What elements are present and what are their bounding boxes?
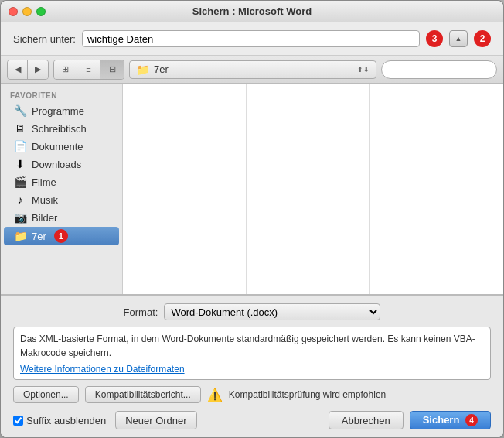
saveas-input[interactable] [82, 30, 420, 47]
sidebar-item-label: Bilder [32, 212, 57, 224]
save-button[interactable]: Sichern 4 [410, 411, 491, 429]
filme-icon: 🎬 [13, 176, 27, 188]
sidebar-item-label: Dokumente [32, 141, 83, 152]
view-icon-button[interactable]: ⊞ [54, 60, 77, 79]
folder-name: 7er [154, 63, 352, 75]
sidebar-item-filme[interactable]: 🎬 Filme [4, 173, 119, 190]
sidebar-item-dokumente[interactable]: 📄 Dokumente [4, 138, 119, 155]
titlebar: Sichern : Microsoft Word [1, 1, 503, 22]
sidebar-item-label: Programme [32, 105, 84, 117]
view-column-button[interactable]: ⊟ [100, 60, 124, 79]
sidebar: FAVORITEN 🔧 Programme 🖥 Schreibtisch 📄 D… [1, 84, 123, 294]
7er-icon: 📁 [13, 230, 27, 242]
traffic-lights [9, 7, 46, 16]
description-text: Das XML-basierte Format, in dem Word-Dok… [20, 332, 484, 360]
bottom-actions: Suffix ausblenden Neuer Ordner Abbrechen… [13, 411, 491, 429]
sidebar-item-musik[interactable]: ♪ Musik [4, 191, 119, 208]
sidebar-item-label: Schreibtisch [32, 123, 87, 135]
suffix-checkbox[interactable] [13, 416, 23, 426]
cancel-button[interactable]: Abbrechen [329, 411, 404, 429]
description-box: Das XML-basierte Format, in dem Word-Dok… [13, 327, 491, 380]
format-row: Format: Word-Dokument (.docx) Word 97-20… [13, 303, 491, 320]
folder-selector[interactable]: 📁 7er ⬆⬇ [129, 60, 376, 79]
warning-text: Kompatibilitätsprüfung wird empfohlen [229, 389, 386, 400]
close-button[interactable] [9, 7, 18, 16]
saveas-row: Sichern unter: 3 ▲ 2 [1, 22, 503, 56]
sidebar-item-bilder[interactable]: 📷 Bilder [4, 209, 119, 226]
musik-icon: ♪ [13, 193, 27, 206]
description-link[interactable]: Weitere Informationen zu Dateiformaten [20, 364, 185, 375]
view-list-button[interactable]: ≡ [77, 60, 100, 79]
sidebar-item-downloads[interactable]: ⬇ Downloads [4, 156, 119, 173]
schreibtisch-icon: 🖥 [13, 122, 27, 135]
main-area: FAVORITEN 🔧 Programme 🖥 Schreibtisch 📄 D… [1, 84, 503, 294]
forward-button[interactable]: ▶ [28, 60, 48, 79]
action-buttons: Abbrechen Sichern 4 [329, 411, 491, 429]
nav-buttons: ◀ ▶ [7, 60, 49, 80]
sidebar-item-programme[interactable]: 🔧 Programme [4, 102, 119, 119]
options-row: Optionen... Kompatibilitätsbericht... ⚠️… [13, 386, 491, 403]
downloads-icon: ⬇ [13, 158, 27, 170]
bilder-icon: 📷 [13, 211, 27, 224]
sidebar-section-label: FAVORITEN [1, 88, 122, 101]
programme-icon: 🔧 [13, 104, 27, 117]
sidebar-item-schreibtisch[interactable]: 🖥 Schreibtisch [4, 120, 119, 137]
folder-icon: 📁 [136, 63, 149, 76]
toolbar: ◀ ▶ ⊞ ≡ ⊟ 📁 7er ⬆⬇ 🔍 [1, 56, 503, 84]
window: Sichern : Microsoft Word Sichern unter: … [0, 0, 504, 438]
saveas-label: Sichern unter: [13, 33, 76, 45]
sidebar-item-label: Downloads [32, 159, 81, 170]
saveas-badge: 3 [426, 30, 443, 47]
7er-badge: 1 [54, 229, 68, 243]
folder-dropdown-arrow: ⬆⬇ [357, 66, 369, 74]
format-select[interactable]: Word-Dokument (.docx) Word 97-2004 (.doc… [164, 303, 380, 320]
minimize-button[interactable] [22, 7, 32, 16]
checkbox-area: Suffix ausblenden Neuer Ordner [13, 411, 329, 429]
column-pane-1 [123, 84, 247, 294]
bottom-panel: Format: Word-Dokument (.docx) Word 97-20… [1, 294, 503, 437]
sidebar-item-7er[interactable]: 📁 7er 1 [4, 227, 119, 245]
save-label: Sichern [423, 414, 460, 426]
maximize-button[interactable] [36, 7, 46, 16]
expand-badge: 2 [474, 30, 491, 47]
column-pane-2 [247, 84, 370, 294]
suffix-label[interactable]: Suffix ausblenden [26, 415, 106, 426]
format-label: Format: [124, 306, 158, 318]
search-input[interactable] [381, 60, 497, 79]
compat-button[interactable]: Kompatibilitätsbericht... [85, 386, 201, 403]
save-badge: 4 [465, 414, 478, 426]
expand-button[interactable]: ▲ [449, 30, 468, 47]
sidebar-item-label: 7er [32, 231, 46, 242]
back-button[interactable]: ◀ [8, 60, 28, 79]
view-buttons: ⊞ ≡ ⊟ [53, 60, 124, 80]
options-button[interactable]: Optionen... [13, 386, 79, 403]
dokumente-icon: 📄 [13, 140, 27, 152]
window-title: Sichern : Microsoft Word [192, 5, 312, 17]
new-folder-button[interactable]: Neuer Ordner [115, 411, 196, 429]
sidebar-item-label: Filme [32, 176, 56, 188]
file-browser [123, 84, 503, 294]
sidebar-item-label: Musik [32, 194, 58, 206]
search-wrapper: 🔍 [381, 60, 497, 79]
warning-icon: ⚠️ [207, 388, 223, 402]
